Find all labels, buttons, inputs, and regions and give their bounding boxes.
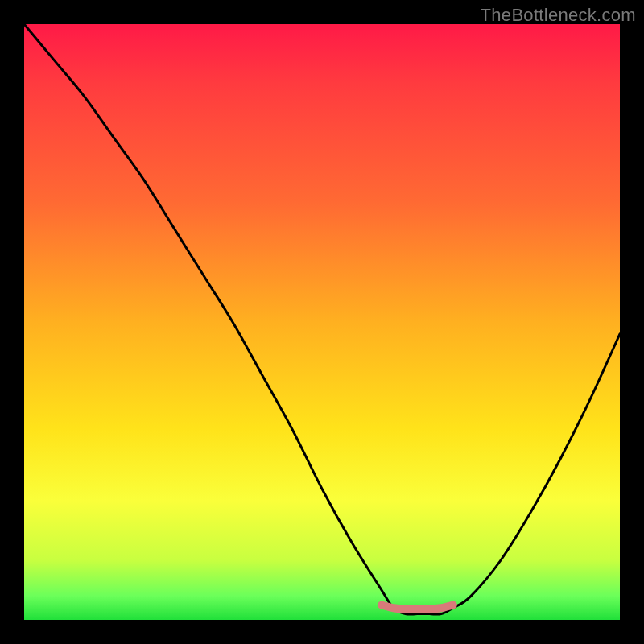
- chart-frame: TheBottleneck.com: [0, 0, 644, 644]
- watermark-text: TheBottleneck.com: [481, 5, 636, 26]
- bottleneck-curve: [24, 24, 620, 614]
- flat-bottom-highlight: [382, 605, 453, 609]
- curve-layer: [24, 24, 620, 620]
- plot-area: [24, 24, 620, 620]
